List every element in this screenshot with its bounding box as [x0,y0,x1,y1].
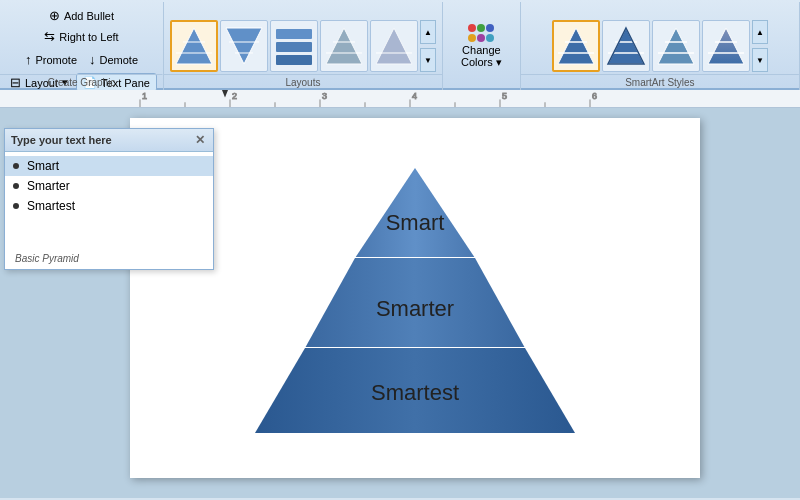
text-pane-item-3[interactable]: Smartest [5,196,213,216]
svg-marker-24 [708,28,744,64]
svg-text:Smart: Smart [386,210,445,235]
smartart-styles-label: SmartArt Styles [521,74,799,88]
promote-icon: ↑ [25,52,32,67]
svg-rect-7 [276,42,312,52]
svg-text:2: 2 [232,92,237,102]
text-pane-close-button[interactable]: ✕ [193,133,207,147]
color-dot-purple [477,34,485,42]
svg-text:Smartest: Smartest [371,380,459,405]
layout-thumb-3[interactable] [270,20,318,72]
smartart-styles-group: ▲ ▼ SmartArt Styles [521,2,800,90]
color-dot-yellow [468,34,476,42]
smartart-scroll-up[interactable]: ▲ [752,20,768,44]
text-pane-title: Type your text here [11,134,112,146]
main-area: Type your text here ✕ Smart Smarter Smar… [0,108,800,498]
svg-text:Smarter: Smarter [376,296,454,321]
bullet-3 [13,203,19,209]
smartart-thumb-3[interactable] [652,20,700,72]
layouts-label: Layouts [164,74,442,88]
create-graphic-label: Create Graphic [0,74,163,88]
svg-text:4: 4 [412,92,417,102]
document-page: Smart Smarter Smartest [130,118,700,478]
add-bullet-button[interactable]: ⊕ Add Bullet [45,6,118,25]
right-to-left-button[interactable]: ⇆ Right to Left [40,27,122,46]
svg-marker-3 [226,28,262,64]
layouts-group: ▲ ▼ Layouts [164,2,443,90]
demote-button[interactable]: ↓ Demote [85,50,142,69]
text-pane-item-label-1: Smart [27,159,59,173]
color-dot-teal [486,34,494,42]
pyramid-chart[interactable]: Smart Smarter Smartest [235,148,595,448]
color-dot-green [477,24,485,32]
smartart-thumb-2[interactable] [602,20,650,72]
color-dot-red [468,24,476,32]
text-pane-header: Type your text here ✕ [5,129,213,152]
layout-scroll-down[interactable]: ▼ [420,48,436,72]
text-pane-item-1[interactable]: Smart [5,156,213,176]
text-pane-footer: Basic Pyramid [9,250,217,267]
smartart-thumb-4[interactable] [702,20,750,72]
svg-rect-6 [276,29,312,39]
smartart-scroll-down[interactable]: ▼ [752,48,768,72]
change-colors-button[interactable]: ChangeColors ▾ [453,14,510,78]
layout-thumb-5[interactable] [370,20,418,72]
svg-text:3: 3 [322,92,327,102]
svg-marker-17 [608,28,644,64]
change-colors-group: ChangeColors ▾ [443,2,521,90]
demote-icon: ↓ [89,52,96,67]
color-circles-2 [468,34,494,42]
color-dot-blue [486,24,494,32]
svg-marker-14 [558,28,594,64]
color-circles [468,24,494,32]
svg-text:1: 1 [142,92,147,102]
ribbon: ⊕ Add Bullet ⇆ Right to Left ↑ Promote ↓… [0,0,800,90]
text-pane-body: Smart Smarter Smartest [5,152,213,252]
promote-button[interactable]: ↑ Promote [21,50,81,69]
smartart-thumb-1[interactable] [552,20,600,72]
svg-rect-8 [276,55,312,65]
change-colors-label: ChangeColors ▾ [461,44,502,69]
bullet-2 [13,183,19,189]
svg-marker-9 [326,28,362,64]
layout-thumb-1[interactable] [170,20,218,72]
text-pane: Type your text here ✕ Smart Smarter Smar… [4,128,214,270]
pyramid-container: Smart Smarter Smartest [130,118,700,478]
svg-marker-21 [658,28,694,64]
add-bullet-icon: ⊕ [49,8,60,23]
layout-scroll: ▲ ▼ [420,20,436,72]
svg-text:5: 5 [502,92,507,102]
text-pane-item-label-3: Smartest [27,199,75,213]
layout-scroll-up[interactable]: ▲ [420,20,436,44]
layout-thumb-4[interactable] [320,20,368,72]
ruler: 1 2 3 4 5 6 [0,90,800,108]
bullet-1 [13,163,19,169]
text-pane-item-label-2: Smarter [27,179,70,193]
layout-thumb-2[interactable] [220,20,268,72]
smartart-scroll: ▲ ▼ [752,20,768,72]
svg-marker-0 [176,28,212,64]
svg-marker-12 [376,28,412,64]
create-graphic-group: ⊕ Add Bullet ⇆ Right to Left ↑ Promote ↓… [0,2,164,90]
svg-rect-27 [0,90,800,107]
text-pane-item-2[interactable]: Smarter [5,176,213,196]
right-left-icon: ⇆ [44,29,55,44]
svg-text:6: 6 [592,92,597,102]
